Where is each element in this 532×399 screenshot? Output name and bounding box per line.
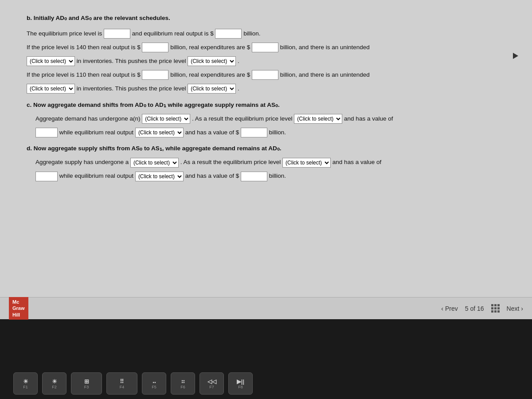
key-f8: ▶|| F8 <box>228 372 253 395</box>
prev-chevron: ‹ <box>441 305 443 312</box>
section-c: c. Now aggregate demand shifts from AD₀ … <box>27 100 505 138</box>
section-b-title: b. Initially AD₀ and AS₀ are the relevan… <box>27 13 505 23</box>
sec-d-line2: while equilibrium real output (Click to … <box>35 171 505 181</box>
price-110-line2: (Click to select) increase decrease in i… <box>27 84 505 94</box>
grid-icon[interactable] <box>491 304 500 313</box>
price110-output-input[interactable] <box>142 70 168 80</box>
price140-select1[interactable]: (Click to select) increase decrease <box>27 56 75 66</box>
price-140-line1: If the price level is 140 then real outp… <box>27 43 505 53</box>
next-chevron: › <box>521 305 523 312</box>
section-c-title: c. Now aggregate demand shifts from AD₀ … <box>27 100 505 110</box>
price-140-line2: (Click to select) increase decrease in i… <box>27 56 505 66</box>
key-brightness-up: ☀ F2 <box>42 372 66 395</box>
section-b: b. Initially AD₀ and AS₀ are the relevan… <box>27 13 505 94</box>
prev-button[interactable]: ‹ Prev <box>441 305 458 312</box>
price110-expenditures-input[interactable] <box>252 70 278 80</box>
main-content: b. Initially AD₀ and AS₀ are the relevan… <box>0 0 532 297</box>
cursor-arrow <box>513 53 518 59</box>
keyboard-area: ☀ F1 ☀ F2 ⊞ F3 ⠿ F4 ⠤ F5 ⠶ F6 ◁◁ F7 ▶|| … <box>0 319 532 399</box>
sec-c-line2: while equilibrium real output (Click to … <box>35 128 505 138</box>
sec-d-line1: Aggregate supply has undergone a (Click … <box>35 157 505 168</box>
sec-d-price-value[interactable] <box>35 172 58 181</box>
sec-c-output-select[interactable]: (Click to select) increases decreases <box>135 128 184 137</box>
price110-select1[interactable]: (Click to select) increase decrease <box>27 84 75 94</box>
key-f3: ⊞ F3 <box>71 372 102 395</box>
sec-d-output-select[interactable]: (Click to select) increases decreases <box>135 172 184 181</box>
key-f6: ⠶ F6 <box>171 372 195 395</box>
key-f4: ⠿ F4 <box>106 372 137 395</box>
sec-d-type-select[interactable]: (Click to select) increase decrease <box>130 158 179 168</box>
nav-controls: ‹ Prev 5 of 16 Next › <box>441 304 523 313</box>
nav-bar: Mc Graw Hill ‹ Prev 5 of 16 Next › <box>0 297 532 319</box>
mcgraw-logo: Mc Graw Hill <box>9 297 28 320</box>
section-d-title: d. Now aggregate supply shifts from AS₀ … <box>27 144 505 154</box>
next-button[interactable]: Next › <box>507 305 523 312</box>
key-f5: ⠤ F5 <box>142 372 166 395</box>
sec-c-line1: Aggregate demand has undergone a(n) (Cli… <box>35 114 505 124</box>
equilibrium-price-input[interactable] <box>104 29 130 39</box>
price140-output-input[interactable] <box>142 43 168 52</box>
equilibrium-output-input[interactable] <box>215 29 242 39</box>
section-c-content: Aggregate demand has undergone a(n) (Cli… <box>35 114 505 138</box>
key-brightness-down: ☀ F1 <box>13 372 38 395</box>
page-indicator: 5 of 16 <box>465 305 484 312</box>
sec-c-output-value[interactable] <box>241 128 267 137</box>
sec-d-output-value[interactable] <box>241 172 267 181</box>
section-d: d. Now aggregate supply shifts from AS₀ … <box>27 144 505 181</box>
sec-c-type-select[interactable]: (Click to select) increase decrease <box>142 114 190 124</box>
equilibrium-line: The equilibrium price level is and equil… <box>27 29 505 39</box>
price110-select2[interactable]: (Click to select) increase decrease <box>188 84 236 94</box>
price140-select2[interactable]: (Click to select) increase decrease <box>188 56 236 66</box>
sec-c-price-select[interactable]: (Click to select) increases decreases <box>294 114 342 124</box>
price140-expenditures-input[interactable] <box>252 43 278 52</box>
sec-d-price-select[interactable]: (Click to select) increases decreases <box>282 158 331 168</box>
key-f7: ◁◁ F7 <box>200 372 224 395</box>
price-110-line1: If the price level is 110 then real outp… <box>27 70 505 80</box>
sec-c-price-value[interactable] <box>35 128 58 137</box>
section-d-content: Aggregate supply has undergone a (Click … <box>35 157 505 181</box>
